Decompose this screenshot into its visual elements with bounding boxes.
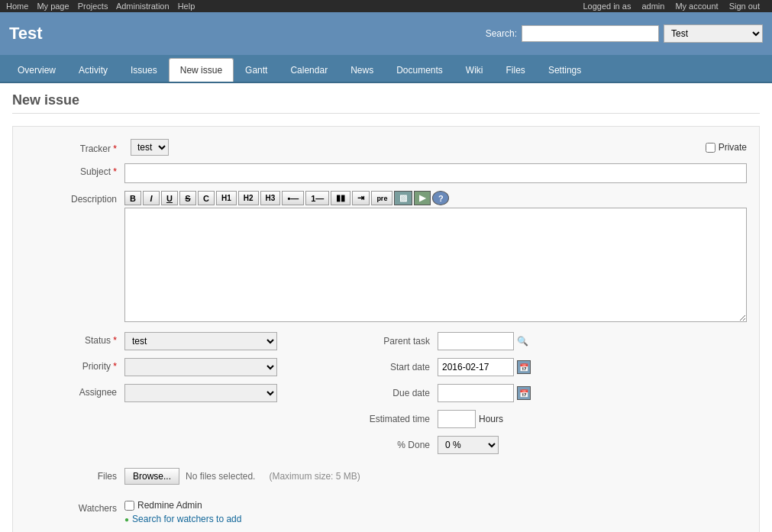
my-page-link[interactable]: My page [37, 2, 69, 11]
add-watcher-row: ● Search for watchers to add [124, 514, 241, 524]
content: New issue Tracker * test Private Subject [0, 83, 772, 532]
assignee-label: Assignee [25, 384, 124, 398]
due-date-field: 📅 [438, 384, 531, 402]
parent-task-input[interactable] [438, 332, 514, 350]
tracker-row: Tracker * test Private [25, 139, 747, 156]
tracker-label: Tracker * [25, 140, 124, 154]
fields-two-col: Status * test Priority * [25, 332, 747, 462]
description-textarea[interactable] [124, 208, 747, 322]
username-link[interactable]: admin [641, 2, 664, 11]
top-nav: Home My page Projects Administration Hel… [6, 2, 201, 11]
start-date-input[interactable]: 2016-02-17 [438, 358, 514, 376]
due-date-calendar-icon[interactable]: 📅 [517, 386, 531, 400]
code-btn[interactable]: C [198, 191, 215, 205]
subject-input[interactable] [124, 163, 747, 183]
estimated-hours-input[interactable] [438, 410, 476, 428]
indent-btn[interactable]: ⇥ [352, 191, 370, 205]
priority-field [124, 358, 277, 376]
files-field: Browse... No files selected. (Maximum si… [124, 468, 360, 485]
tab-calendar[interactable]: Calendar [279, 58, 339, 82]
watcher-checkbox[interactable] [124, 501, 134, 511]
search-input[interactable] [522, 25, 659, 42]
tab-gantt[interactable]: Gantt [234, 58, 279, 82]
tab-settings[interactable]: Settings [537, 58, 593, 82]
assignee-row: Assignee [25, 384, 315, 402]
strikethrough-btn[interactable]: S [179, 191, 196, 205]
subject-label: Subject * [25, 163, 124, 177]
video-btn[interactable]: ▶ [414, 191, 431, 205]
add-watcher-link[interactable]: ● Search for watchers to add [124, 514, 241, 524]
h1-btn[interactable]: H1 [216, 191, 237, 205]
tracker-left: Tracker * test [25, 139, 169, 156]
image-btn[interactable]: ▨ [394, 191, 412, 205]
description-row: Description B I U S C H1 H2 H3 •— 1— ▮▮ … [25, 191, 747, 324]
private-checkbox[interactable] [706, 143, 715, 153]
start-date-field: 2016-02-17 📅 [438, 358, 531, 376]
page-title: New issue [12, 92, 760, 114]
estimated-time-row: Estimated time Hours [346, 410, 747, 428]
priority-label: Priority * [25, 358, 124, 372]
search-area: Search: Test [486, 24, 763, 43]
estimated-time-label: Estimated time [346, 414, 438, 424]
assignee-field [124, 384, 277, 402]
watchers-row: Watchers Redmine Admin ● Search for watc… [25, 500, 747, 524]
percent-done-label: % Done [346, 440, 438, 450]
tab-overview[interactable]: Overview [6, 58, 67, 82]
estimated-time-field: Hours [438, 410, 503, 428]
top-right-bar: Logged in as admin My account Sign out [583, 2, 766, 11]
sign-out-link[interactable]: Sign out [729, 2, 760, 11]
private-label: Private [719, 142, 747, 153]
help-link[interactable]: Help [178, 2, 195, 11]
tab-activity[interactable]: Activity [67, 58, 119, 82]
description-label: Description [25, 191, 124, 205]
underline-btn[interactable]: U [161, 191, 178, 205]
status-row: Status * test [25, 332, 315, 350]
start-date-label: Start date [346, 362, 438, 372]
project-title: Test [9, 24, 43, 44]
block-btn[interactable]: ▮▮ [331, 191, 350, 205]
tracker-select[interactable]: test [131, 139, 169, 156]
parent-task-row: Parent task 🔍 [346, 332, 747, 350]
home-link[interactable]: Home [6, 2, 28, 11]
tab-documents[interactable]: Documents [385, 58, 454, 82]
start-date-calendar-icon[interactable]: 📅 [517, 360, 531, 374]
italic-btn[interactable]: I [143, 191, 160, 205]
h3-btn[interactable]: H3 [260, 191, 281, 205]
h2-btn[interactable]: H2 [238, 191, 259, 205]
watcher-item: Redmine Admin [124, 500, 241, 511]
assignee-select[interactable] [124, 384, 277, 402]
subject-row: Subject * [25, 163, 747, 183]
tab-new-issue[interactable]: New issue [169, 58, 234, 82]
parent-task-field: 🔍 [438, 332, 531, 350]
my-account-link[interactable]: My account [675, 2, 718, 11]
help-btn[interactable]: ? [432, 191, 449, 205]
tab-files[interactable]: Files [495, 58, 537, 82]
bold-btn[interactable]: B [124, 191, 141, 205]
percent-done-select[interactable]: 0 % 10 % 20 % 30 % 40 % 50 % 60 % 70 % 8… [438, 436, 499, 454]
add-watcher-text: Search for watchers to add [132, 514, 241, 524]
status-select[interactable]: test [124, 332, 277, 350]
pre-btn[interactable]: pre [371, 191, 392, 205]
due-date-row: Due date 📅 [346, 384, 747, 402]
tab-wiki[interactable]: Wiki [454, 58, 495, 82]
tab-issues[interactable]: Issues [119, 58, 169, 82]
ordered-list-btn[interactable]: 1— [305, 191, 329, 205]
percent-done-row: % Done 0 % 10 % 20 % 30 % 40 % 50 % 60 %… [346, 436, 747, 454]
issue-form: Tracker * test Private Subject * [12, 126, 760, 532]
parent-task-search-icon[interactable]: 🔍 [517, 334, 531, 348]
status-field: test [124, 332, 277, 350]
start-date-row: Start date 2016-02-17 📅 [346, 358, 747, 376]
search-scope-select[interactable]: Test [664, 24, 763, 43]
tab-news[interactable]: News [339, 58, 385, 82]
browse-button[interactable]: Browse... [124, 468, 179, 485]
subject-field [124, 163, 747, 183]
priority-select[interactable] [124, 358, 277, 376]
no-files-text: No files selected. [186, 471, 255, 482]
unordered-list-btn[interactable]: •— [282, 191, 304, 205]
top-bar: Home My page Projects Administration Hel… [0, 0, 772, 12]
projects-link[interactable]: Projects [78, 2, 108, 11]
hours-label: Hours [479, 414, 503, 424]
private-area: Private [706, 142, 747, 153]
administration-link[interactable]: Administration [116, 2, 170, 11]
due-date-input[interactable] [438, 384, 514, 402]
